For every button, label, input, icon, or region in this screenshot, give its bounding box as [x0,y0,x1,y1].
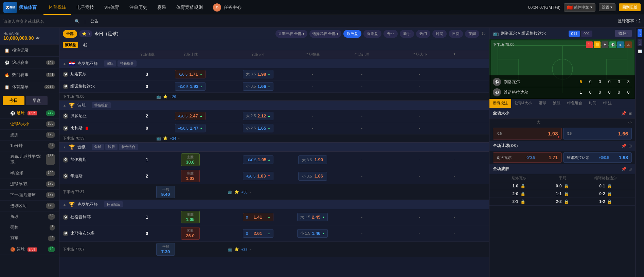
sidebar-item-win[interactable]: 独赢/让球胜平/双重... 183 [0,151,59,168]
early-button[interactable]: 早盘 [26,96,48,105]
nav-bet-history[interactable]: 注单历史 [124,0,152,15]
sidebar-item-card[interactable]: 罚牌 3 [0,222,59,233]
pin-icon-total[interactable]: 📌 [621,111,626,116]
nav-task[interactable]: ⚙ 任务中心 [208,0,247,15]
search-icon[interactable]: 🔍 [75,19,80,24]
handicap-btn-0-0-2[interactable]: +0/0.5 1.93 ▲ [175,82,205,91]
sidebar-item-odd-even[interactable]: 进球单/双 173 [0,179,59,190]
bet-tab-time[interactable]: 时间 [586,99,600,108]
filter-hot-btn[interactable]: 热门 [416,30,430,38]
tab-pill-special-1[interactable]: 特色组合 [92,102,111,108]
expand-icon-total[interactable]: ⊞ [628,111,632,116]
nav-results[interactable]: 赛果 [152,0,171,15]
total-btn-0-0-2[interactable]: 小 3.5 1.66 ▲ [243,82,273,91]
red-card-video-icon[interactable]: 🟥 [586,41,593,48]
bet-tab-goal[interactable]: 进球 [535,99,550,108]
nav-sports-betting[interactable]: 体育投注 [43,0,71,15]
refresh-icon[interactable]: ↻ [481,31,486,37]
search-input[interactable] [3,19,71,24]
bet-tab-all[interactable]: 所有投注 [489,99,511,108]
full-total-0-0-2[interactable]: 小 3.5 1.66 ▲ [224,82,292,91]
filter-europe-btn[interactable]: 欧洲盘 [343,30,361,38]
right-tab-001[interactable]: 001 [581,31,592,37]
tab-wave-2[interactable]: 波胆 [105,144,118,150]
home-win-btn-2[interactable]: 主胜 30.0 [181,153,200,166]
nav-rules[interactable]: 体育竞猜规则 [171,0,208,15]
filter-time-btn[interactable]: 时间 [432,30,447,38]
hcp-team2-box[interactable]: 维诺格拉达尔 +0/0.5 1.93 [563,152,632,163]
bet-tab-handicap[interactable]: 让球&大小 [511,99,535,108]
full-handicap-0-0-1[interactable]: -0/0.5 1.71 ▲ [156,70,224,78]
tab-pill-special-0[interactable]: 特色组合 [118,60,137,67]
sidebar-item-next-goal[interactable]: 下一/届后进球 172 [0,190,59,201]
choose-league-dropdown[interactable]: 选择联赛 全部 ▾ [309,30,341,38]
nav-vr-sports[interactable]: VR体育 [99,0,124,15]
filter-newbie-btn[interactable]: 新手 [400,30,414,38]
pin-icon-hcp[interactable]: 📌 [621,144,626,148]
settings-button[interactable]: 设置 ▾ [599,3,615,11]
attack-video-icon[interactable]: ▶ [617,41,624,48]
yellow-card-video-icon[interactable]: 🟨 [594,41,601,48]
full-handicap-0-0-2[interactable]: +0/0.5 1.93 ▲ [156,82,224,91]
back-old-version-button[interactable]: 回到旧版 [619,3,641,11]
expand-icon-wave[interactable]: ⊞ [628,167,632,171]
full-total-0-0-1[interactable]: 大 3.5 1.98 ▲ [224,70,292,78]
sidebar-item-basketball[interactable]: 🏀 篮球 LIVE 64 [0,244,59,255]
expand-icon-2[interactable]: ▲ [63,145,66,149]
filter-night-btn[interactable]: 夜间 [465,30,479,38]
tab-special-3[interactable]: 特色组合 [104,201,123,207]
corner-video-icon[interactable]: ⚑ [602,41,608,48]
eye-icon[interactable]: 👁 [36,36,39,40]
draw-btn-2[interactable]: 平局 9.40 [156,186,175,198]
sidebar-item-champion[interactable]: 冠军 42 [0,233,59,244]
hcp-team1-box[interactable]: 别洛瓦尔 -0/0.5 1.71 [493,152,562,163]
bet-tab-wave[interactable]: 波胆 [550,99,564,108]
side-chart-icon[interactable]: 📊 [638,50,642,53]
sidebar-item-sports-menu[interactable]: 📋 体育菜单 2217 [0,81,59,93]
more-markets-1[interactable]: +34 [170,136,176,141]
tab-special-2[interactable]: 特色组合 [119,144,138,150]
total-btn-0-0-1[interactable]: 大 3.5 1.98 ▲ [243,70,273,78]
collapse-button[interactable]: 收起 › [615,30,632,37]
bet-tab-special2[interactable]: 特 注 [600,99,615,108]
right-tab-011[interactable]: 011 [569,31,580,37]
odds-total-small-box[interactable]: 3.5 1.66 [563,128,632,140]
bet-tab-special[interactable]: 特色组合 [564,99,586,108]
sidebar-item-goal-range[interactable]: 进球区间 170 [0,201,59,211]
filter-day-btn[interactable]: 日间 [449,30,463,38]
expand-icon-hcp[interactable]: ⊞ [628,144,632,148]
side-tab-cd[interactable]: CD [638,39,642,46]
tab-corner-2[interactable]: 角球 [92,144,104,150]
expand-icon-0[interactable]: ▲ [63,62,66,66]
full-total-1-0-1[interactable]: 大 2.5 2.12 ▲ [224,112,292,120]
more-markets-2[interactable]: +30 [241,190,248,194]
goal-video-icon[interactable]: ⚽ [609,41,616,48]
side-tab-011[interactable]: 011 [638,29,642,37]
more-markets-0[interactable]: +29 [170,95,176,99]
today-button[interactable]: 今日 [3,96,24,105]
sidebar-item-hot-events[interactable]: 🔥 热门赛事 141 [0,69,59,81]
filter-hk-btn[interactable]: 香港盘 [363,30,381,38]
draw-btn-3[interactable]: 平局 7.30 [156,243,175,256]
recent-match-dropdown[interactable]: 近期开赛 全部 ▾ [275,30,307,38]
sidebar-item-bet-record[interactable]: 📋 投注记录 [0,44,59,57]
expand-icon-3[interactable]: ▲ [63,203,66,206]
language-button[interactable]: 🇨🇳 简体中文 ▾ [564,3,595,12]
sidebar-item-15min[interactable]: 15分钟 37 [0,141,59,151]
danger-video-icon[interactable]: ⚠ [625,41,632,48]
sidebar-item-half-full[interactable]: 半/全场 144 [0,168,59,179]
away-win-btn-2[interactable]: 客胜 1.03 [181,170,200,182]
sidebar-item-corner[interactable]: 角球 52 [0,211,59,222]
nav-esports[interactable]: 电子竞技 [71,0,99,15]
sidebar-item-football[interactable]: ⚽ 足球 LIVE 228 [0,108,59,119]
filter-all-btn[interactable]: 全部 [63,30,77,38]
sidebar-item-wave[interactable]: 波胆 173 [0,130,59,141]
filter-pro-btn[interactable]: 专业 [383,30,398,38]
full-handicap-1-0-1[interactable]: -0/0.5 2.47 ▲ [156,112,224,120]
star-filter-btn[interactable]: ⭐ 0 [79,30,92,37]
sidebar-item-handicap-total[interactable]: 让球&大小 186 [0,119,59,130]
tab-pill-wave-0[interactable]: 波胆 [104,60,116,67]
odds-total-big-box[interactable]: 3.5 1.98 ▼ [493,128,562,140]
handicap-btn-0-0-1[interactable]: -0/0.5 1.71 ▲ [175,70,205,78]
pin-icon-wave[interactable]: 📌 [621,167,626,171]
